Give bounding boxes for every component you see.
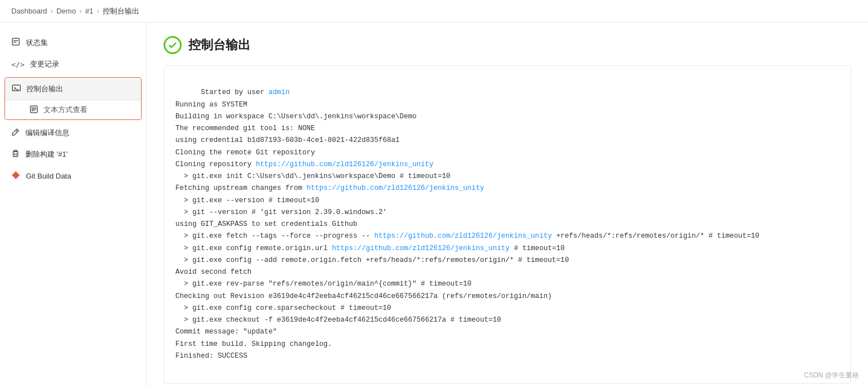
console-text-2: Running as SYSTEM Building in workspace … <box>175 101 417 168</box>
sidebar-label-git: Git Build Data <box>26 172 71 180</box>
sidebar-label-changes: 变更记录 <box>30 59 59 69</box>
sidebar-item-edit[interactable]: 编辑编译信息 <box>0 122 146 144</box>
main-layout: 状态集 </> 变更记录 控制台输出 <box>0 23 868 387</box>
page-title: 控制台输出 <box>188 37 250 54</box>
content-area: 控制台输出 Started by user admin Running as S… <box>147 23 868 387</box>
sidebar-item-status[interactable]: 状态集 <box>0 32 146 54</box>
sidebar-label-edit: 编辑编译信息 <box>25 128 69 138</box>
sidebar-item-git[interactable]: Git Build Data <box>0 165 146 187</box>
breadcrumb-sep-3: › <box>96 7 99 15</box>
sidebar-label-delete: 删除构建 '#1' <box>25 149 68 159</box>
breadcrumb-bar: Dashboard › Demo › #1 › 控制台输出 <box>0 0 868 23</box>
svg-line-9 <box>16 130 17 132</box>
console-link-admin[interactable]: admin <box>268 88 290 96</box>
breadcrumb-sep-1: › <box>51 7 53 15</box>
svg-marker-13 <box>12 171 20 179</box>
breadcrumb-demo[interactable]: Demo <box>56 7 76 15</box>
watermark: CSDN @学生董格 <box>804 371 859 380</box>
console-text-6: # timeout=10 > git.exe config --add remo… <box>175 244 569 360</box>
git-icon <box>11 171 20 181</box>
console-link-repo3[interactable]: https://github.com/zld126126/jenkins_uni… <box>374 232 552 240</box>
console-group: 控制台输出 文本方式查看 <box>5 77 142 120</box>
sidebar-label-textview: 文本方式查看 <box>43 105 87 115</box>
success-check-icon <box>164 36 182 54</box>
console-link-repo1[interactable]: https://github.com/zld126126/jenkins_uni… <box>256 161 434 168</box>
console-text-1: Started by user <box>201 88 268 96</box>
console-text-4: > git.exe --version # timeout=10 > git -… <box>175 197 387 241</box>
console-output: Started by user admin Running as SYSTEM … <box>164 65 851 384</box>
breadcrumb-sep-2: › <box>80 7 82 15</box>
page-title-row: 控制台输出 <box>164 36 851 54</box>
sidebar-item-console[interactable]: 控制台输出 <box>5 78 141 100</box>
textview-icon <box>30 105 38 115</box>
console-link-repo2[interactable]: https://github.com/zld126126/jenkins_uni… <box>307 184 484 192</box>
sidebar-label-status: 状态集 <box>26 38 48 48</box>
svg-rect-0 <box>12 38 19 45</box>
status-icon <box>11 37 20 48</box>
svg-rect-10 <box>14 152 18 157</box>
delete-icon <box>11 149 20 159</box>
sidebar-item-delete[interactable]: 删除构建 '#1' <box>0 144 146 165</box>
sidebar-item-changes[interactable]: </> 变更记录 <box>0 54 146 75</box>
changes-icon: </> <box>11 60 24 69</box>
breadcrumb-current: 控制台输出 <box>103 6 139 16</box>
sidebar-label-console: 控制台输出 <box>27 84 63 94</box>
sidebar: 状态集 </> 变更记录 控制台输出 <box>0 23 147 387</box>
console-link-repo4[interactable]: https://github.com/zld126126/jenkins_uni… <box>332 244 510 252</box>
breadcrumb-build[interactable]: #1 <box>85 7 93 15</box>
console-icon <box>12 83 21 94</box>
sidebar-item-textview[interactable]: 文本方式查看 <box>5 100 141 119</box>
edit-icon <box>11 128 20 138</box>
breadcrumb-dashboard[interactable]: Dashboard <box>11 7 47 15</box>
